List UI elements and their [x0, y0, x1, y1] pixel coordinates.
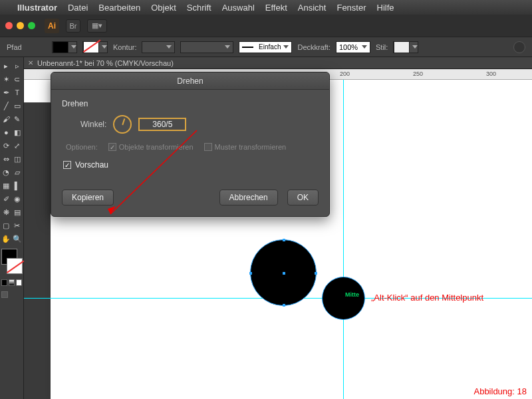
options-row: Optionen: ✓Objekte transformieren Muster… — [66, 143, 319, 151]
transform-objects-checkbox[interactable]: ✓ — [108, 143, 116, 151]
blend-tool[interactable]: ◉ — [13, 193, 23, 205]
menu-hilfe[interactable]: Hilfe — [377, 3, 394, 13]
menu-schrift[interactable]: Schrift — [187, 3, 211, 13]
gradient-mode-icon[interactable] — [9, 279, 15, 286]
large-circle-shape[interactable] — [250, 239, 317, 306]
fill-swatch[interactable] — [52, 41, 77, 53]
center-label: Mitte — [345, 291, 359, 298]
menu-datei[interactable]: Datei — [68, 3, 88, 13]
dialog-title: Drehen — [51, 72, 329, 90]
screen-mode-icon[interactable] — [1, 291, 8, 298]
artboard-tool[interactable]: ▢ — [1, 219, 11, 231]
preview-label: Vorschau — [75, 160, 108, 170]
transform-pattern-label: Muster transformieren — [215, 143, 287, 151]
gradient-tool[interactable]: ▌ — [13, 180, 23, 192]
stroke-weight-dropdown[interactable] — [142, 41, 175, 53]
slice-tool[interactable]: ✂ — [13, 219, 23, 231]
angle-wheel[interactable] — [113, 115, 132, 134]
menu-auswahl[interactable]: Auswahl — [222, 3, 255, 13]
menu-ansicht[interactable]: Ansicht — [298, 3, 327, 13]
ok-button[interactable]: OK — [287, 190, 319, 205]
menu-objekt[interactable]: Objekt — [151, 3, 176, 13]
stroke-swatch[interactable] — [82, 41, 108, 53]
small-circle-shape[interactable] — [322, 277, 365, 320]
color-mode-icon[interactable] — [1, 279, 7, 286]
control-bar: Pfad Kontur: Einfach Deckkraft: 100% Sti… — [0, 37, 532, 57]
eyedropper-tool[interactable]: ✐ — [1, 193, 11, 205]
pen-tool[interactable]: ✒ — [1, 86, 11, 98]
document-tab[interactable]: ✕ Unbenannt-1* bei 70 % (CMYK/Vorschau) — [24, 57, 532, 69]
dialog-section-label: Drehen — [62, 99, 319, 108]
paintbrush-tool[interactable]: 🖌 — [1, 113, 11, 125]
maximize-window-icon[interactable] — [28, 22, 35, 29]
menu-effekt[interactable]: Effekt — [265, 3, 287, 13]
style-swatch[interactable] — [393, 41, 418, 53]
magic-wand-tool[interactable]: ✶ — [1, 73, 11, 85]
free-transform-tool[interactable]: ◫ — [13, 153, 23, 165]
sync-icon[interactable] — [513, 41, 525, 53]
grid-icon: ▦▾ — [92, 21, 102, 30]
annotation-arrow — [197, 130, 198, 131]
blob-brush-tool[interactable]: ● — [1, 126, 11, 138]
menu-bearbeiten[interactable]: Bearbeiten — [98, 3, 140, 13]
rotate-tool[interactable]: ⟳ — [1, 140, 11, 152]
brush-dropdown[interactable]: Einfach — [239, 41, 292, 53]
eraser-tool[interactable]: ◧ — [13, 126, 23, 138]
options-label: Optionen: — [66, 143, 98, 151]
document-tab-label: Unbenannt-1* bei 70 % (CMYK/Vorschau) — [37, 59, 174, 67]
variable-width-dropdown[interactable] — [180, 41, 233, 53]
menu-app[interactable]: Illustrator — [17, 3, 57, 13]
menu-fenster[interactable]: Fenster — [336, 3, 366, 13]
angle-input[interactable]: 360/5 — [138, 118, 186, 131]
selection-tool[interactable]: ▸ — [1, 60, 11, 72]
hand-tool[interactable]: ✋ — [1, 233, 11, 245]
app-bar: Ai Br ▦▾ — [0, 15, 532, 37]
close-window-icon[interactable] — [5, 22, 13, 29]
tools-panel: ▸▹ ✶⊂ ✒T ╱▭ 🖌✎ ●◧ ⟳⤢ ⇔◫ ◔▱ ▦▌ ✐◉ ❋▤ ▢✂ ✋… — [0, 57, 24, 399]
angle-label: Winkel: — [80, 120, 106, 129]
direct-selection-tool[interactable]: ▹ — [13, 60, 23, 72]
figure-label: Abbildung: 18 — [473, 386, 527, 396]
annotation-text: „Alt-Klick“ auf den Mittelpunkt — [371, 293, 483, 303]
lasso-tool[interactable]: ⊂ — [13, 73, 23, 85]
bridge-button[interactable]: Br — [66, 19, 80, 33]
deckkraft-label: Deckkraft: — [297, 43, 331, 51]
mesh-tool[interactable]: ▦ — [1, 180, 11, 192]
kontur-label: Kontur: — [113, 43, 136, 51]
transform-pattern-checkbox[interactable] — [204, 143, 212, 151]
mac-menubar: Illustrator Datei Bearbeiten Objekt Schr… — [0, 0, 532, 15]
minimize-window-icon[interactable] — [17, 22, 24, 29]
stroke-indicator[interactable] — [7, 258, 23, 274]
selection-type-label: Pfad — [7, 43, 47, 51]
none-mode-icon[interactable] — [16, 279, 22, 286]
stil-label: Stil: — [376, 43, 388, 51]
rotate-dialog: Drehen Drehen Winkel: 360/5 Optionen: ✓O… — [51, 72, 330, 217]
rectangle-tool[interactable]: ▭ — [13, 100, 23, 112]
cancel-button[interactable]: Abbrechen — [219, 190, 278, 205]
vertical-guide — [343, 80, 344, 399]
shape-builder-tool[interactable]: ◔ — [1, 166, 11, 178]
zoom-tool[interactable]: 🔍 — [13, 233, 23, 245]
close-tab-icon[interactable]: ✕ — [28, 59, 33, 66]
graph-tool[interactable]: ▤ — [13, 206, 23, 218]
window-controls — [5, 22, 35, 29]
pencil-tool[interactable]: ✎ — [13, 113, 23, 125]
opacity-field[interactable]: 100% — [336, 41, 370, 53]
scale-tool[interactable]: ⤢ — [13, 140, 23, 152]
perspective-tool[interactable]: ▱ — [13, 166, 23, 178]
width-tool[interactable]: ⇔ — [1, 153, 11, 165]
symbol-sprayer-tool[interactable]: ❋ — [1, 206, 11, 218]
preview-checkbox[interactable]: ✓ — [63, 161, 71, 169]
fill-stroke-indicator[interactable] — [1, 249, 23, 274]
copy-button[interactable]: Kopieren — [62, 190, 114, 205]
arrange-documents-button[interactable]: ▦▾ — [87, 19, 107, 33]
type-tool[interactable]: T — [13, 86, 23, 98]
line-tool[interactable]: ╱ — [1, 100, 11, 112]
app-badge-icon: Ai — [45, 19, 59, 33]
